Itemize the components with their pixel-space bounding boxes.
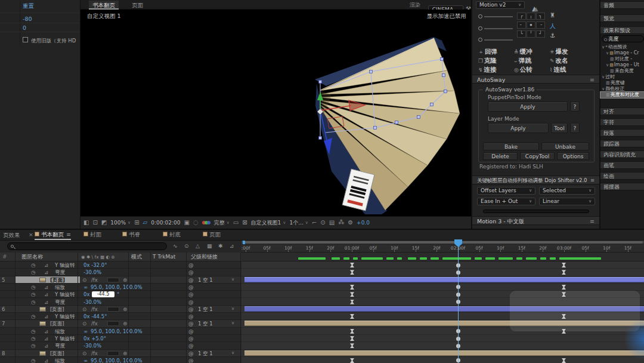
property-name[interactable]: 弯度: [55, 269, 65, 276]
layer-apply-button[interactable]: Apply: [488, 123, 549, 133]
col-trkmat[interactable]: T TrkMat: [153, 253, 175, 262]
graph-editor-icon[interactable]: ⊿: [230, 243, 234, 249]
track-row[interactable]: [242, 284, 644, 291]
motion-preset-select[interactable]: Motion v2∨: [476, 1, 525, 9]
track-row[interactable]: [242, 320, 644, 327]
chevron-down-icon[interactable]: ∨: [606, 63, 609, 67]
constrain-link-icon[interactable]: ∞: [83, 358, 88, 363]
magnification-select[interactable]: 100%∨: [110, 220, 131, 226]
anchor-grid-button-6[interactable]: ╶: [536, 21, 545, 29]
slider-track-3[interactable]: [484, 39, 513, 41]
keyframe[interactable]: [562, 270, 566, 275]
property-name[interactable]: Y 轴旋转: [55, 291, 75, 299]
keyframe[interactable]: [350, 300, 354, 304]
parent-select[interactable]: 1 空 1: [198, 277, 213, 284]
navigator-start-handle[interactable]: [243, 241, 245, 244]
timeline-button-icon[interactable]: ▤: [329, 220, 335, 226]
chevron-down-icon[interactable]: ∨: [231, 277, 234, 282]
preset-tree-item-6[interactable]: ∨过时: [600, 74, 644, 80]
dojo-ease-select[interactable]: Ease In + Out∨: [477, 198, 535, 205]
script-button-回弹[interactable]: ＋回弹: [478, 48, 497, 56]
value-edit-input[interactable]: -44.5: [92, 291, 114, 297]
layer-duration-bar[interactable]: [244, 306, 644, 312]
graph-toggle-icon[interactable]: ⊿: [44, 262, 48, 268]
chevron-down-icon[interactable]: ∨: [602, 75, 605, 79]
layer-name[interactable]: [页面]: [50, 321, 64, 328]
panel-header-2[interactable]: 预览: [600, 14, 644, 22]
tower-icon[interactable]: ♜: [550, 12, 555, 19]
viewer-tab-1[interactable]: 书本翻页: [89, 1, 119, 10]
mode-select[interactable]: [107, 321, 119, 326]
panel-menu-icon[interactable]: ≡: [590, 217, 595, 226]
slider-knob-1[interactable]: [478, 14, 482, 19]
panel-header-bottom-1[interactable]: 对齐: [600, 107, 644, 115]
parent-pickwhip-icon[interactable]: @: [188, 291, 194, 297]
parent-pickwhip-icon[interactable]: @: [188, 284, 194, 290]
time-navigator[interactable]: [242, 241, 644, 244]
fast-preview-icon[interactable]: ⊙: [320, 220, 325, 226]
anchor-grid-button-8[interactable]: ╵: [527, 30, 535, 38]
anchor-grid-button-2[interactable]: ╷: [527, 13, 535, 20]
property-row[interactable]: ◷⊿Y 轴旋转0x -32.0°@: [0, 262, 242, 269]
track-row[interactable]: [242, 328, 644, 335]
3d-switch-icon[interactable]: ⊛: [123, 350, 127, 356]
comp-tab-封底[interactable]: 封底: [163, 231, 181, 240]
layer-duration-bar[interactable]: [244, 350, 644, 356]
preset-tree-item-4[interactable]: ∨▨Image - Ut: [600, 62, 644, 68]
property-row[interactable]: ◷⊿Y 轴旋转0x +5.0°@: [0, 335, 242, 342]
stopwatch-icon[interactable]: ◷: [31, 336, 35, 342]
property-row[interactable]: ◷⊿弯度-30.0%@: [0, 342, 242, 349]
copytool-button[interactable]: CopyTool: [520, 152, 555, 160]
keyframe[interactable]: [562, 292, 566, 297]
preset-tree-item-9[interactable]: ▥亮度和对比度: [600, 92, 644, 98]
puppet-help-button[interactable]: ?: [570, 101, 580, 112]
3d-view-select[interactable]: 自定义视图1∨: [251, 219, 286, 227]
tab-close-icon[interactable]: ×: [29, 232, 33, 238]
layer-name[interactable]: [页面]: [50, 277, 65, 284]
puppet-apply-button[interactable]: Apply: [488, 101, 568, 112]
layer-name[interactable]: [页面]: [50, 350, 64, 358]
parent-pickwhip-icon[interactable]: @: [188, 336, 194, 342]
walk-person-icon[interactable]: 人: [550, 22, 556, 30]
property-row[interactable]: ◷⊿Y 轴旋转0x-44.5°@: [0, 291, 242, 298]
property-name[interactable]: 弯度: [55, 299, 65, 306]
track-row[interactable]: [242, 299, 644, 306]
preset-tree-item-5[interactable]: ▥来自亮度: [600, 68, 644, 74]
parent-pickwhip-icon[interactable]: @: [188, 350, 194, 356]
panel-header-bottom-4[interactable]: 跟踪器: [600, 140, 644, 147]
keyframe[interactable]: [350, 343, 354, 348]
mini-flowchart-icon[interactable]: ∿: [173, 243, 178, 249]
property-name[interactable]: 缩放: [55, 358, 65, 363]
chevron-down-icon[interactable]: ∨: [231, 306, 234, 311]
property-value[interactable]: 95.0, 100.0, 100.0%: [91, 328, 142, 334]
panel-menu-icon[interactable]: ≡: [590, 176, 595, 185]
autosway-panel-header[interactable]: AutoSway ≡: [472, 75, 599, 84]
track-row[interactable]: [242, 313, 644, 320]
comp-tab-书脊[interactable]: 书脊: [122, 231, 140, 240]
dojo-slider[interactable]: [483, 210, 589, 213]
dojo-mode-select[interactable]: Offset Layers∨: [477, 187, 535, 195]
property-name[interactable]: Y 轴旋转: [55, 336, 75, 343]
track-row[interactable]: [242, 357, 644, 363]
property-value[interactable]: 0x -44.5°: [83, 313, 107, 319]
panel-header-bottom-5[interactable]: 内容识别填充: [600, 150, 644, 158]
script-button-弹跳[interactable]: ⌣弹跳: [514, 57, 531, 65]
keyframe[interactable]: [562, 285, 566, 290]
keyframe[interactable]: [350, 285, 354, 290]
property-row[interactable]: ◷⊿弯度-30.0%@: [0, 299, 242, 306]
snapshot-icon[interactable]: ▣: [184, 220, 189, 226]
anchor-grid-button-1[interactable]: ┌: [517, 13, 526, 20]
property-name[interactable]: Y 轴旋转: [55, 262, 75, 269]
parent-select[interactable]: 1 空 1: [198, 306, 213, 313]
layer-duration-bar[interactable]: [244, 321, 644, 326]
panel-header-bottom-3[interactable]: 段落: [600, 129, 644, 137]
3d-switch-icon[interactable]: ⊛: [123, 277, 127, 283]
options-button[interactable]: Options: [557, 152, 589, 160]
mode-select[interactable]: [107, 351, 119, 356]
parent-pickwhip-icon[interactable]: @: [188, 321, 194, 327]
quality-switch-icon[interactable]: ⊙: [82, 277, 86, 283]
tab-menu-icon[interactable]: ≡: [66, 231, 71, 238]
graph-toggle-icon[interactable]: ⊿: [44, 313, 48, 319]
keyframe[interactable]: [350, 263, 354, 267]
keyframe[interactable]: [562, 263, 566, 267]
